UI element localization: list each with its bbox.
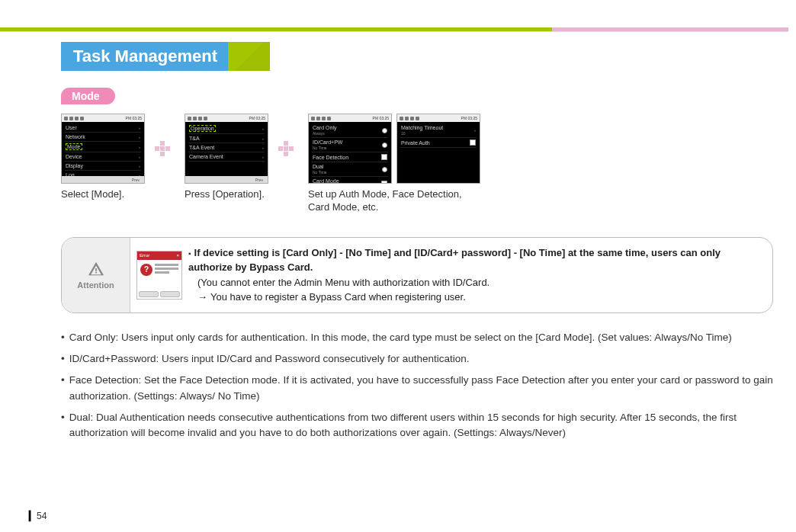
page-number: ▎54 (29, 511, 47, 521)
menu-item: Operation› (188, 123, 265, 134)
settings-item: Card ModeProx 125k (312, 177, 388, 184)
settings-item: Face Detection (312, 152, 388, 162)
step3-caption: Set up Auth Mode, Face Detection, Card M… (308, 188, 468, 214)
settings-item: Private Auth (400, 138, 477, 148)
step-2: PM 03:25 Operation›T&A›T&A Event›Camera … (185, 114, 268, 201)
menu-item: Device› (65, 152, 141, 162)
status-icons (64, 117, 84, 120)
step-1: PM 03:25 User›Network›Mode›Device›Displa… (61, 114, 145, 201)
warning-icon (88, 261, 104, 277)
attention-text: If device setting is [Card Only] - [No T… (188, 238, 772, 312)
subsection-pill: Mode (61, 88, 115, 104)
attention-label: Attention (77, 280, 114, 290)
menu-item: Network› (65, 133, 141, 142)
description-item: •Card Only: Users input only cards for a… (61, 330, 773, 345)
attention-line1: If device setting is [Card Only] - [No T… (188, 247, 721, 274)
status-time: PM 03:25 (126, 116, 142, 120)
menu-item: Display› (65, 162, 141, 171)
menu-item: T&A Event› (188, 143, 265, 152)
step2-caption: Press [Operation]. (185, 188, 268, 201)
question-icon: ? (140, 264, 152, 276)
status-time: PM 03:25 (249, 116, 265, 120)
step-arrow-icon (151, 114, 178, 184)
menu-item: Camera Event› (188, 152, 265, 162)
section-title: Task Management (61, 42, 228, 71)
step1-caption: Select [Mode]. (61, 188, 145, 201)
attention-line2: (You cannot enter the Admin Menu with au… (188, 275, 763, 290)
footer-prev: Prev (132, 178, 140, 182)
menu-item: User› (65, 123, 141, 133)
top-decorative-rule (0, 27, 788, 32)
description-item: •ID/Card+Password: Users input ID/Card a… (61, 351, 773, 367)
phone-screen-2: PM 03:25 Operation›T&A›T&A Event›Camera … (185, 114, 268, 184)
screenshot-steps-row: PM 03:25 User›Network›Mode›Device›Displa… (61, 114, 773, 214)
description-item: •Face Detection: Set the Face Detection … (61, 373, 773, 404)
attention-error-thumbnail: Error× ? (130, 238, 188, 312)
status-time: PM 03:25 (461, 116, 477, 120)
phone-screen-1: PM 03:25 User›Network›Mode›Device›Displa… (61, 114, 145, 184)
menu-item: Mode› (65, 142, 141, 152)
description-list: •Card Only: Users input only cards for a… (61, 330, 773, 441)
settings-item: Card OnlyAlways (312, 123, 388, 138)
attention-badge: Attention (62, 238, 130, 312)
attention-callout: Attention Error× ? If device setting is … (61, 237, 773, 313)
settings-item: ID/Card+PWNo Time (312, 138, 388, 152)
settings-item: DualNo Time (312, 162, 388, 177)
step-3: PM 03:25 Card OnlyAlwaysID/Card+PWNo Tim… (308, 114, 480, 214)
footer-prev: Prev (255, 178, 263, 182)
description-item: •Dual: Dual Authentication needs consecu… (61, 410, 773, 441)
settings-item: Matching Timeout10› (400, 123, 477, 138)
section-heading: Task Management (61, 42, 773, 71)
page-number-value: 54 (37, 511, 47, 521)
menu-item: T&A› (188, 134, 265, 143)
status-time: PM 03:25 (373, 116, 389, 120)
close-icon: × (176, 253, 179, 258)
heading-decoration (228, 42, 270, 71)
step-arrow-icon (274, 114, 302, 184)
attention-line3: You have to register a Bypass Card when … (210, 291, 466, 303)
phone-screen-3b: PM 03:25 Matching Timeout10›Private Auth (396, 114, 480, 184)
error-title: Error (140, 253, 149, 258)
phone-screen-3a: PM 03:25 Card OnlyAlwaysID/Card+PWNo Tim… (308, 114, 392, 184)
